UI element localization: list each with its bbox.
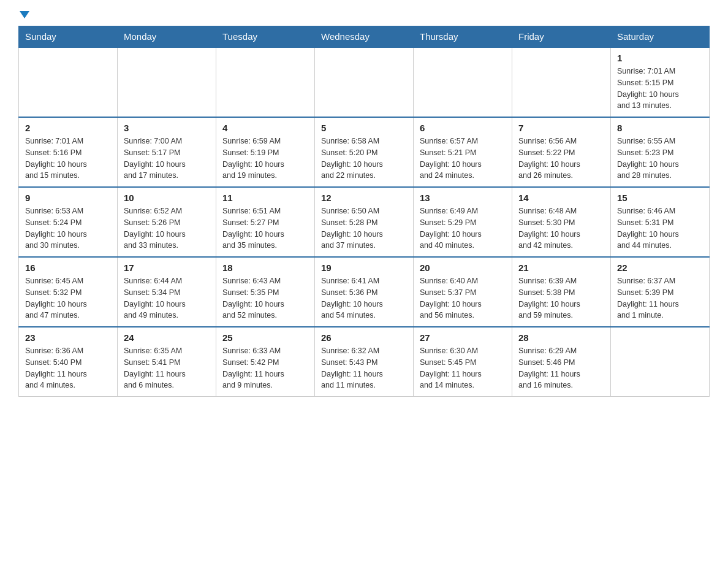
day-number: 27 — [420, 332, 506, 343]
page-header — [18, 12, 710, 20]
calendar-cell: 11Sunrise: 6:51 AM Sunset: 5:27 PM Dayli… — [216, 187, 315, 257]
calendar-cell: 18Sunrise: 6:43 AM Sunset: 5:35 PM Dayli… — [216, 257, 315, 327]
logo — [18, 12, 29, 20]
calendar-week-2: 2Sunrise: 7:01 AM Sunset: 5:16 PM Daylig… — [19, 117, 710, 187]
day-info: Sunrise: 6:32 AM Sunset: 5:43 PM Dayligh… — [321, 345, 407, 391]
calendar-cell — [512, 47, 611, 117]
calendar-cell: 5Sunrise: 6:58 AM Sunset: 5:20 PM Daylig… — [315, 117, 414, 187]
calendar-cell: 13Sunrise: 6:49 AM Sunset: 5:29 PM Dayli… — [414, 187, 512, 257]
day-number: 14 — [518, 193, 604, 203]
day-number: 24 — [124, 332, 210, 343]
day-header-wednesday: Wednesday — [315, 26, 414, 48]
day-number: 1 — [617, 53, 703, 63]
calendar-cell: 10Sunrise: 6:52 AM Sunset: 5:26 PM Dayli… — [118, 187, 216, 257]
day-info: Sunrise: 6:48 AM Sunset: 5:30 PM Dayligh… — [518, 205, 604, 251]
calendar-table: SundayMondayTuesdayWednesdayThursdayFrid… — [18, 26, 710, 397]
day-header-thursday: Thursday — [414, 26, 512, 48]
calendar-week-3: 9Sunrise: 6:53 AM Sunset: 5:24 PM Daylig… — [19, 187, 710, 257]
day-info: Sunrise: 7:00 AM Sunset: 5:17 PM Dayligh… — [124, 136, 210, 182]
day-info: Sunrise: 6:50 AM Sunset: 5:28 PM Dayligh… — [321, 205, 407, 251]
day-info: Sunrise: 6:40 AM Sunset: 5:37 PM Dayligh… — [420, 275, 506, 321]
day-info: Sunrise: 7:01 AM Sunset: 5:16 PM Dayligh… — [25, 136, 111, 182]
day-number: 8 — [617, 123, 703, 133]
calendar-cell: 19Sunrise: 6:41 AM Sunset: 5:36 PM Dayli… — [315, 257, 414, 327]
day-info: Sunrise: 6:30 AM Sunset: 5:45 PM Dayligh… — [420, 345, 506, 391]
day-info: Sunrise: 6:57 AM Sunset: 5:21 PM Dayligh… — [420, 136, 506, 182]
day-info: Sunrise: 6:53 AM Sunset: 5:24 PM Dayligh… — [25, 205, 111, 251]
calendar-cell — [414, 47, 512, 117]
day-number: 2 — [25, 123, 111, 133]
day-info: Sunrise: 6:58 AM Sunset: 5:20 PM Dayligh… — [321, 136, 407, 182]
logo-triangle-icon — [20, 11, 29, 18]
calendar-cell: 21Sunrise: 6:39 AM Sunset: 5:38 PM Dayli… — [512, 257, 611, 327]
calendar-cell: 23Sunrise: 6:36 AM Sunset: 5:40 PM Dayli… — [19, 327, 118, 397]
calendar-cell: 2Sunrise: 7:01 AM Sunset: 5:16 PM Daylig… — [19, 117, 118, 187]
day-number: 20 — [420, 262, 506, 273]
day-number: 9 — [25, 193, 111, 203]
calendar-cell: 27Sunrise: 6:30 AM Sunset: 5:45 PM Dayli… — [414, 327, 512, 397]
calendar-cell: 12Sunrise: 6:50 AM Sunset: 5:28 PM Dayli… — [315, 187, 414, 257]
day-info: Sunrise: 6:45 AM Sunset: 5:32 PM Dayligh… — [25, 275, 111, 321]
day-info: Sunrise: 6:41 AM Sunset: 5:36 PM Dayligh… — [321, 275, 407, 321]
day-number: 21 — [518, 262, 604, 273]
day-info: Sunrise: 7:01 AM Sunset: 5:15 PM Dayligh… — [617, 66, 703, 112]
calendar-cell — [611, 327, 710, 397]
day-info: Sunrise: 6:52 AM Sunset: 5:26 PM Dayligh… — [124, 205, 210, 251]
day-header-sunday: Sunday — [19, 26, 118, 48]
calendar-cell: 15Sunrise: 6:46 AM Sunset: 5:31 PM Dayli… — [611, 187, 710, 257]
day-number: 10 — [124, 193, 210, 203]
calendar-cell — [216, 47, 315, 117]
day-number: 23 — [25, 332, 111, 343]
day-info: Sunrise: 6:33 AM Sunset: 5:42 PM Dayligh… — [222, 345, 308, 391]
day-number: 15 — [617, 193, 703, 203]
day-info: Sunrise: 6:36 AM Sunset: 5:40 PM Dayligh… — [25, 345, 111, 391]
day-info: Sunrise: 6:46 AM Sunset: 5:31 PM Dayligh… — [617, 205, 703, 251]
calendar-cell: 22Sunrise: 6:37 AM Sunset: 5:39 PM Dayli… — [611, 257, 710, 327]
day-number: 4 — [222, 123, 308, 133]
day-number: 22 — [617, 262, 703, 273]
calendar-cell: 14Sunrise: 6:48 AM Sunset: 5:30 PM Dayli… — [512, 187, 611, 257]
day-number: 6 — [420, 123, 506, 133]
day-info: Sunrise: 6:39 AM Sunset: 5:38 PM Dayligh… — [518, 275, 604, 321]
day-number: 12 — [321, 193, 407, 203]
day-number: 16 — [25, 262, 111, 273]
calendar-cell: 6Sunrise: 6:57 AM Sunset: 5:21 PM Daylig… — [414, 117, 512, 187]
calendar-cell: 4Sunrise: 6:59 AM Sunset: 5:19 PM Daylig… — [216, 117, 315, 187]
calendar-cell: 17Sunrise: 6:44 AM Sunset: 5:34 PM Dayli… — [118, 257, 216, 327]
calendar-cell: 28Sunrise: 6:29 AM Sunset: 5:46 PM Dayli… — [512, 327, 611, 397]
calendar-cell: 24Sunrise: 6:35 AM Sunset: 5:41 PM Dayli… — [118, 327, 216, 397]
day-header-monday: Monday — [118, 26, 216, 48]
day-number: 28 — [518, 332, 604, 343]
calendar-header-row: SundayMondayTuesdayWednesdayThursdayFrid… — [19, 26, 710, 48]
calendar-cell: 1Sunrise: 7:01 AM Sunset: 5:15 PM Daylig… — [611, 47, 710, 117]
day-header-friday: Friday — [512, 26, 611, 48]
day-info: Sunrise: 6:29 AM Sunset: 5:46 PM Dayligh… — [518, 345, 604, 391]
day-info: Sunrise: 6:37 AM Sunset: 5:39 PM Dayligh… — [617, 275, 703, 321]
day-info: Sunrise: 6:51 AM Sunset: 5:27 PM Dayligh… — [222, 205, 308, 251]
day-header-tuesday: Tuesday — [216, 26, 315, 48]
day-info: Sunrise: 6:43 AM Sunset: 5:35 PM Dayligh… — [222, 275, 308, 321]
day-info: Sunrise: 6:49 AM Sunset: 5:29 PM Dayligh… — [420, 205, 506, 251]
calendar-cell: 3Sunrise: 7:00 AM Sunset: 5:17 PM Daylig… — [118, 117, 216, 187]
calendar-cell: 25Sunrise: 6:33 AM Sunset: 5:42 PM Dayli… — [216, 327, 315, 397]
calendar-cell — [315, 47, 414, 117]
calendar-cell — [19, 47, 118, 117]
calendar-week-5: 23Sunrise: 6:36 AM Sunset: 5:40 PM Dayli… — [19, 327, 710, 397]
day-number: 5 — [321, 123, 407, 133]
day-number: 17 — [124, 262, 210, 273]
day-number: 3 — [124, 123, 210, 133]
day-info: Sunrise: 6:55 AM Sunset: 5:23 PM Dayligh… — [617, 136, 703, 182]
day-number: 11 — [222, 193, 308, 203]
day-header-saturday: Saturday — [611, 26, 710, 48]
calendar-cell: 16Sunrise: 6:45 AM Sunset: 5:32 PM Dayli… — [19, 257, 118, 327]
day-info: Sunrise: 6:44 AM Sunset: 5:34 PM Dayligh… — [124, 275, 210, 321]
day-info: Sunrise: 6:56 AM Sunset: 5:22 PM Dayligh… — [518, 136, 604, 182]
calendar-cell: 26Sunrise: 6:32 AM Sunset: 5:43 PM Dayli… — [315, 327, 414, 397]
calendar-week-1: 1Sunrise: 7:01 AM Sunset: 5:15 PM Daylig… — [19, 47, 710, 117]
day-info: Sunrise: 6:35 AM Sunset: 5:41 PM Dayligh… — [124, 345, 210, 391]
day-number: 13 — [420, 193, 506, 203]
day-number: 25 — [222, 332, 308, 343]
calendar-cell: 7Sunrise: 6:56 AM Sunset: 5:22 PM Daylig… — [512, 117, 611, 187]
calendar-cell — [118, 47, 216, 117]
calendar-cell: 9Sunrise: 6:53 AM Sunset: 5:24 PM Daylig… — [19, 187, 118, 257]
